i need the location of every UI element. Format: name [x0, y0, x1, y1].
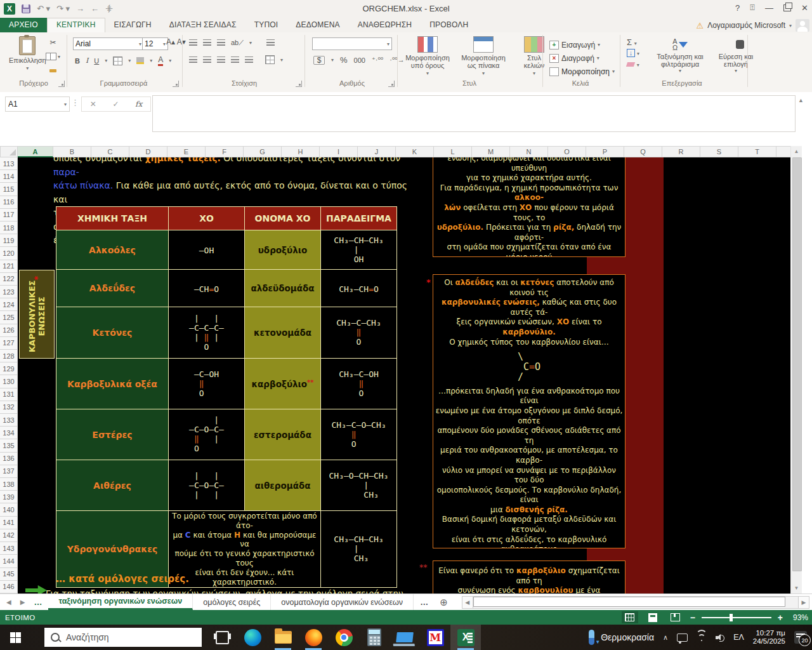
excel-taskbar-button[interactable]: X — [450, 625, 481, 650]
row-header-113[interactable]: 113 — [0, 157, 17, 170]
increase-indent-icon[interactable] — [245, 56, 253, 63]
start-button[interactable] — [0, 625, 30, 650]
column-header-K[interactable]: K — [396, 146, 434, 157]
row-header-116[interactable]: 116 — [0, 196, 17, 209]
zoom-slider[interactable] — [702, 617, 771, 618]
number-format-select[interactable]: ▾ — [312, 37, 392, 50]
ribbon-tab-5[interactable]: ΔΕΔΟΜΕΝΑ — [287, 18, 348, 32]
column-header-B[interactable]: B — [53, 146, 91, 157]
zoom-slider-thumb[interactable] — [730, 614, 733, 621]
display-app-button[interactable] — [390, 625, 420, 650]
vertical-scroll-thumb[interactable] — [792, 157, 802, 571]
restore-button[interactable] — [783, 4, 791, 11]
ribbon-display-options-icon[interactable]: ⍐ — [750, 3, 755, 13]
align-center-icon[interactable] — [203, 56, 211, 63]
column-header-F[interactable]: F — [206, 146, 244, 157]
row-header-129[interactable]: 129 — [0, 362, 17, 375]
format-painter-icon[interactable] — [46, 65, 60, 76]
row-header-138[interactable]: 138 — [0, 478, 17, 491]
page-break-view-icon[interactable] — [667, 611, 684, 623]
align-right-icon[interactable] — [217, 56, 225, 63]
horizontal-scroll-thumb[interactable] — [473, 597, 785, 607]
font-size-select[interactable]: 12▾ — [142, 37, 168, 50]
borders-icon[interactable] — [113, 56, 122, 65]
row-header-133[interactable]: 133 — [0, 414, 17, 427]
row-header-126[interactable]: 126 — [0, 324, 17, 337]
column-header-H[interactable]: H — [282, 146, 320, 157]
row-header-139[interactable]: 139 — [0, 491, 17, 503]
column-header-G[interactable]: G — [244, 146, 282, 157]
wifi-icon[interactable] — [697, 634, 707, 641]
notification-center-icon[interactable]: 20 — [794, 631, 807, 644]
file-explorer-button[interactable] — [268, 625, 298, 650]
chrome-button[interactable] — [329, 625, 359, 650]
row-header-118[interactable]: 118 — [0, 222, 17, 234]
close-button[interactable]: ✕ — [801, 3, 808, 13]
row-header-144[interactable]: 144 — [0, 555, 17, 567]
column-header-S[interactable]: S — [700, 146, 738, 157]
firefox-button[interactable] — [298, 625, 329, 650]
row-header-142[interactable]: 142 — [0, 529, 17, 542]
sheet-tab-2[interactable]: ονοματολογία οργανικών ενώσεων — [271, 594, 414, 610]
row-header-115[interactable]: 115 — [0, 183, 17, 196]
align-bottom-icon[interactable] — [217, 39, 225, 46]
row-header-124[interactable]: 124 — [0, 298, 17, 311]
insert-cells-button[interactable]: + Εισαγωγή▾ — [549, 39, 615, 51]
row-header-125[interactable]: 125 — [0, 311, 17, 324]
column-header-M[interactable]: M — [472, 146, 510, 157]
row-header-146[interactable]: 146 — [0, 581, 17, 594]
normal-view-icon[interactable] — [622, 611, 638, 623]
hscroll-left-icon[interactable]: ◀ — [462, 596, 473, 609]
task-view-button[interactable] — [207, 625, 237, 650]
percent-style-icon[interactable]: % — [340, 55, 348, 65]
account-area[interactable]: ⚠ Λογαριασμός Microsoft ▾ — [696, 19, 809, 32]
hscroll-right-icon[interactable]: ▶ — [798, 596, 809, 609]
column-header-J[interactable]: J — [358, 146, 396, 157]
ribbon-tab-7[interactable]: ΠΡΟΒΟΛΗ — [421, 18, 477, 32]
ribbon-tab-0[interactable]: ΑΡΧΕΙΟ — [0, 18, 47, 32]
column-header-R[interactable]: R — [662, 146, 700, 157]
fill-color-icon[interactable] — [136, 57, 144, 64]
cut-icon[interactable]: ✂ — [46, 37, 60, 48]
decrease-indent-icon[interactable] — [231, 56, 239, 63]
column-header-Q[interactable]: Q — [624, 146, 662, 157]
row-header-135[interactable]: 135 — [0, 439, 17, 452]
zoom-level[interactable]: 93% — [789, 613, 808, 622]
clipboard-dialog-launcher[interactable] — [58, 81, 65, 87]
edge-button[interactable] — [237, 625, 268, 650]
row-header-132[interactable]: 132 — [0, 401, 17, 414]
sheet-nav-right-icon[interactable]: ▶ — [20, 599, 25, 606]
formula-input[interactable] — [152, 95, 796, 132]
accounting-format-icon[interactable]: $ — [313, 56, 325, 65]
column-header-L[interactable]: L — [434, 146, 472, 157]
row-header-141[interactable]: 141 — [0, 517, 17, 529]
help-button[interactable]: ? — [735, 3, 740, 13]
avatar[interactable] — [796, 19, 809, 32]
row-header-121[interactable]: 121 — [0, 260, 17, 273]
account-dropdown-icon[interactable]: ▾ — [789, 23, 792, 29]
underline-button[interactable]: U — [94, 57, 99, 65]
sheet-tab-1[interactable]: ομόλογες σειρές — [193, 594, 271, 610]
column-header-I[interactable]: I — [320, 146, 358, 157]
row-header-123[interactable]: 123 — [0, 286, 17, 298]
number-dialog-launcher[interactable] — [388, 81, 395, 87]
taskbar-search[interactable]: Αναζήτηση — [44, 628, 202, 647]
volume-icon[interactable] — [716, 634, 724, 641]
font-name-select[interactable]: Arial▾ — [73, 37, 144, 50]
column-header-N[interactable]: N — [510, 146, 548, 157]
ribbon-tab-6[interactable]: ΑΝΑΘΕΩΡΗΣΗ — [349, 18, 421, 32]
format-cells-button[interactable]: Μορφοποίηση▾ — [549, 65, 615, 77]
sheet-overflow-left[interactable]: … — [34, 597, 42, 607]
clock[interactable]: 10:27 πμ 24/5/2025 — [753, 629, 785, 646]
m-app-button[interactable]: M — [420, 625, 450, 650]
row-header-127[interactable]: 127 — [0, 337, 17, 350]
align-left-icon[interactable] — [189, 56, 197, 63]
select-all-corner[interactable] — [0, 146, 18, 157]
row-header-134[interactable]: 134 — [0, 427, 17, 439]
sheet-tab-0[interactable]: ταξινόμηση οργανικών ενώσεων — [48, 594, 193, 610]
conditional-formatting-button[interactable]: Μορφοποίηση υπό όρους▾ — [405, 36, 450, 76]
account-label[interactable]: Λογαριασμός Microsoft — [707, 21, 785, 30]
confirm-entry-icon[interactable]: ✓ — [112, 100, 119, 109]
sheet-overflow-right[interactable]: … — [420, 597, 428, 607]
ribbon-tab-2[interactable]: ΕΙΣΑΓΩΓΗ — [105, 18, 160, 32]
